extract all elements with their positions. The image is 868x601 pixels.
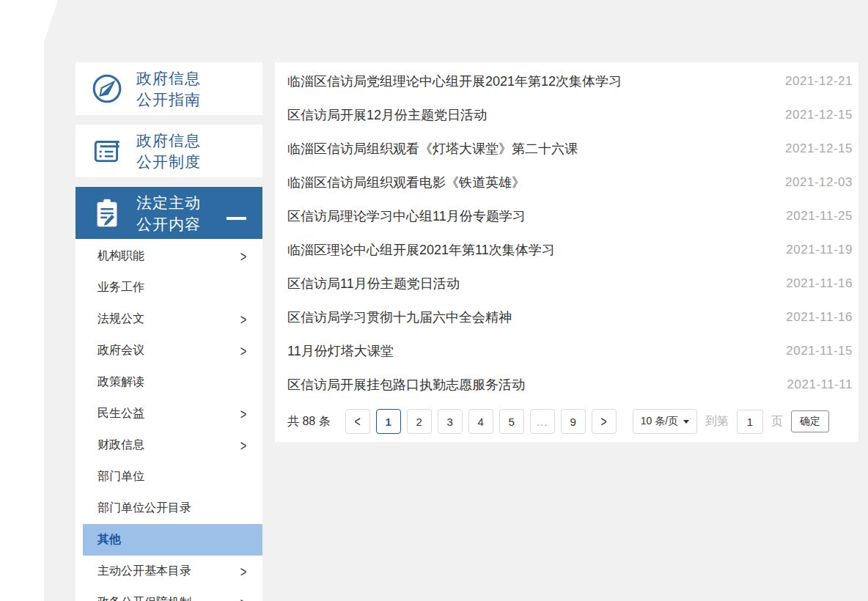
sidebar-menu-item[interactable]: 政府会议 > <box>76 335 262 366</box>
article-date: 2021-12-21 <box>785 74 853 89</box>
sidebar-menu-item-label: 民生公益 <box>98 406 144 421</box>
sidebar-menu-item[interactable]: 部门单位公开目录 <box>76 493 262 524</box>
sidebar-item-label: 法定主动 公开内容 <box>136 192 201 235</box>
sidebar-item-disclosure-guide[interactable]: 政府信息 公开指南 <box>76 62 262 115</box>
page-canvas: 政府信息 公开指南 政府信息 公开制度 <box>0 0 868 601</box>
sidebar-menu-item-label: 部门单位 <box>98 469 144 484</box>
page-size-label: 10 条/页 <box>641 415 678 428</box>
article-date: 2021-11-16 <box>786 310 853 325</box>
clipboard-pencil-icon <box>90 196 124 230</box>
sidebar: 政府信息 公开指南 政府信息 公开制度 <box>76 62 262 601</box>
sidebar-menu-item-label: 法规公文 <box>98 311 144 327</box>
sidebar-item-label: 政府信息 公开制度 <box>136 130 201 172</box>
page-number-button[interactable]: 2 <box>407 409 432 434</box>
article-row[interactable]: 区信访局开展12月份主题党日活动 2021-12-15 <box>275 98 858 132</box>
goto-suffix-label: 页 <box>771 414 783 429</box>
confirm-button[interactable]: 确定 <box>791 410 829 432</box>
article-title-link[interactable]: 区信访局11月份主题党日活动 <box>287 275 460 292</box>
article-date: 2021-12-15 <box>785 108 853 122</box>
article-row[interactable]: 临淄区信访局组织观看电影《铁道英雄》 2021-12-03 <box>275 166 858 199</box>
page-number-button[interactable]: 1 <box>376 409 401 434</box>
chevron-right-icon: > <box>240 594 247 601</box>
sidebar-menu: 机构职能 > 业务工作 法规公文 > 政府会议 > <box>76 239 262 601</box>
sidebar-menu-item[interactable]: 法规公文 > <box>76 303 262 335</box>
sidebar-menu-item[interactable]: 政策解读 <box>76 366 262 398</box>
sidebar-menu-item[interactable]: 财政信息 > <box>76 429 262 461</box>
article-title-link[interactable]: 临淄区信访局组织观看电影《铁道英雄》 <box>287 174 525 191</box>
page-number-button[interactable]: ... <box>530 409 555 434</box>
article-title-link[interactable]: 区信访局学习贯彻十九届六中全会精神 <box>287 309 512 326</box>
article-row[interactable]: 临淄区信访局组织观看《灯塔大课堂》第二十六课 2021-12-15 <box>275 132 858 166</box>
article-row[interactable]: 区信访局学习贯彻十九届六中全会精神 2021-11-16 <box>275 300 858 334</box>
article-title-link[interactable]: 区信访局开展挂包路口执勤志愿服务活动 <box>287 376 525 394</box>
article-row[interactable]: 11月份灯塔大课堂 2021-11-15 <box>275 334 858 368</box>
sidebar-menu-item-label: 财政信息 <box>98 438 144 453</box>
sidebar-menu-item[interactable]: 业务工作 <box>76 272 262 303</box>
next-page-button[interactable]: > <box>592 409 617 434</box>
sidebar-menu-item-label: 业务工作 <box>98 280 144 295</box>
left-decoration-diagonal <box>44 0 58 43</box>
page-number-button[interactable]: 3 <box>438 409 463 434</box>
sidebar-menu-item[interactable]: 主动公开基本目录 > <box>76 556 262 587</box>
article-title-link[interactable]: 11月份灯塔大课堂 <box>287 342 394 360</box>
total-count-label: 共 88 条 <box>287 414 331 429</box>
chevron-left-icon: < <box>355 413 361 429</box>
chevron-right-icon: > <box>240 248 247 265</box>
compass-icon <box>90 72 124 106</box>
chevron-right-icon: > <box>601 413 607 429</box>
left-decoration-strip <box>0 0 44 601</box>
collapse-minus-icon[interactable] <box>227 217 246 220</box>
article-date: 2021-12-03 <box>785 175 853 190</box>
sidebar-menu-item-label: 其他 <box>98 532 121 547</box>
article-row[interactable]: 区信访局开展挂包路口执勤志愿服务活动 2021-11-11 <box>275 368 858 402</box>
article-date: 2021-11-19 <box>786 243 853 257</box>
pagination-bar: 共 88 条 < 1 2 3 4 5 ... 9 > <box>275 409 858 434</box>
sidebar-item-disclosure-system[interactable]: 政府信息 公开制度 <box>76 125 262 177</box>
page-number-button[interactable]: 4 <box>468 409 493 434</box>
article-title-link[interactable]: 临淄区理论中心组开展2021年第11次集体学习 <box>287 241 555 259</box>
article-row[interactable]: 区信访局理论学习中心组11月份专题学习 2021-11-25 <box>275 199 858 233</box>
article-date: 2021-11-15 <box>786 344 853 358</box>
chevron-right-icon: > <box>240 311 247 328</box>
article-title-link[interactable]: 区信访局开展12月份主题党日活动 <box>287 106 487 124</box>
sidebar-menu-item[interactable]: 政务公开保障机制 > <box>76 587 262 601</box>
article-date: 2021-11-11 <box>787 377 853 392</box>
chevron-right-icon: > <box>240 563 247 580</box>
article-title-link[interactable]: 区信访局理论学习中心组11月份专题学习 <box>287 207 526 225</box>
sidebar-menu-item-label: 主动公开基本目录 <box>98 564 191 579</box>
article-row[interactable]: 区信访局11月份主题党日活动 2021-11-16 <box>275 267 858 300</box>
chevron-right-icon: > <box>240 405 247 422</box>
page-number-button[interactable]: 9 <box>561 409 586 434</box>
chevron-right-icon: > <box>240 437 247 454</box>
page-number-button[interactable]: 5 <box>499 409 524 434</box>
sidebar-menu-item-label: 部门单位公开目录 <box>98 501 191 516</box>
article-row[interactable]: 临淄区信访局党组理论中心组开展2021年第12次集体学习 2021-12-21 <box>275 64 858 98</box>
goto-prefix-label: 到第 <box>705 414 729 429</box>
page-size-select[interactable]: 10 条/页 <box>633 409 697 434</box>
sidebar-menu-item-label: 机构职能 <box>98 248 144 264</box>
sidebar-menu-item-label: 政府会议 <box>98 343 144 358</box>
ledger-icon <box>90 134 124 168</box>
article-date: 2021-11-25 <box>786 209 853 224</box>
sidebar-menu-item-label: 政务公开保障机制 <box>98 595 191 601</box>
sidebar-menu-item[interactable]: 机构职能 > <box>76 240 262 272</box>
goto-page-input[interactable] <box>737 410 763 434</box>
prev-page-button[interactable]: < <box>345 409 370 434</box>
sidebar-item-statutory-disclosure[interactable]: 法定主动 公开内容 <box>76 187 262 239</box>
article-title-link[interactable]: 临淄区信访局组织观看《灯塔大课堂》第二十六课 <box>287 140 578 158</box>
sidebar-menu-item-label: 政策解读 <box>98 375 144 390</box>
goto-page-group: 到第 页 确定 <box>705 410 829 434</box>
article-date: 2021-12-15 <box>785 141 853 156</box>
article-title-link[interactable]: 临淄区信访局党组理论中心组开展2021年第12次集体学习 <box>287 73 622 90</box>
chevron-right-icon: > <box>240 342 247 359</box>
article-list-panel: 临淄区信访局党组理论中心组开展2021年第12次集体学习 2021-12-21 … <box>275 62 858 442</box>
article-date: 2021-11-16 <box>786 276 853 291</box>
chevron-down-icon <box>683 420 689 424</box>
sidebar-menu-item[interactable]: 其他 <box>83 524 262 556</box>
sidebar-item-label: 政府信息 公开指南 <box>136 67 201 110</box>
sidebar-menu-item[interactable]: 部门单位 <box>76 461 262 493</box>
article-row[interactable]: 临淄区理论中心组开展2021年第11次集体学习 2021-11-19 <box>275 233 858 267</box>
sidebar-menu-item[interactable]: 民生公益 > <box>76 398 262 429</box>
